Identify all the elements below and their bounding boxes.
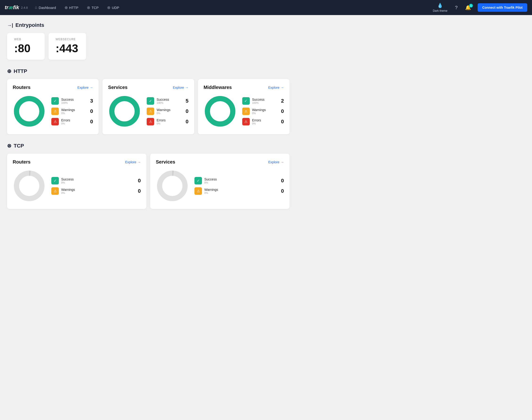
http-routers-stats: ✓ Success 100% 3 ⚠ Warnings 0% 0 [51,97,93,125]
tcp-services-donut-svg [156,169,189,202]
http-middlewares-title: Middlewares [204,85,232,90]
tcp-services-title: Services [156,159,175,165]
http-middlewares-warnings-row: ⚠ Warnings 0% 0 [242,107,284,115]
nav-http[interactable]: ⊕ HTTP [61,0,82,15]
http-routers-success-pct: 100% [61,101,85,104]
http-routers-warnings-row: ⚠ Warnings 0% 0 [51,107,93,115]
logo: træfik 2.4.8 [5,4,28,11]
http-routers-errors-row: ⚠ Errors 0% 0 [51,118,93,125]
tcp-success-badge-icon-2: ✓ [195,177,202,184]
tcp-icon: ⊗ [87,5,90,10]
notification-button[interactable]: 🔔 1 [462,5,474,10]
http-section-title: HTTP [14,68,27,74]
notification-badge: 1 [469,4,473,8]
http-services-explore[interactable]: Explore → [173,86,188,90]
error-badge-icon-2: ⚠ [147,118,154,125]
http-middlewares-donut-svg [204,95,237,128]
tcp-cards-row: Routers Explore → ✓ Suc [7,154,289,209]
error-badge-icon: ⚠ [51,118,59,125]
help-button[interactable]: ? [452,5,460,10]
svg-point-8 [160,173,185,199]
tcp-routers-success-label: Success [61,177,133,181]
http-middlewares-success-row: ✓ Success 100% 2 [242,97,284,105]
http-routers-warnings-label: Warnings [61,108,85,112]
http-middlewares-stats: ✓ Success 100% 2 ⚠ Warnings 0% 0 [242,97,284,125]
tcp-services-card: Services Explore → ✓ Su [150,154,289,209]
arrow-right-icon-3: → [281,86,284,90]
http-services-warnings-count: 0 [183,108,189,114]
http-routers-title: Routers [13,85,30,90]
http-routers-warnings-pct: 0% [61,112,85,115]
http-routers-donut [13,95,46,128]
tcp-routers-success-row: ✓ Success 0% 0 [51,177,141,184]
version-label: 2.4.8 [21,6,28,9]
nav-tcp-label: TCP [91,6,99,10]
connect-button[interactable]: Connect with Traefik Pilot [478,3,527,12]
tcp-routers-success-count: 0 [135,178,141,184]
tcp-warning-badge-icon-2: ⚠ [195,187,202,195]
http-services-success-label: Success [156,98,180,101]
http-middlewares-errors-label: Errors [252,118,276,122]
http-routers-donut-svg [13,95,46,128]
http-middlewares-errors-pct: 0% [252,122,276,125]
dark-theme-label: Dark theme [433,9,447,13]
tcp-routers-card-header: Routers Explore → [13,159,141,165]
svg-point-6 [16,173,42,199]
help-icon: ? [455,5,458,10]
entrypoint-websecure[interactable]: WEBSECURE :443 [48,33,86,60]
success-badge-icon-3: ✓ [242,97,250,105]
tcp-warning-badge-icon: ⚠ [51,187,59,195]
nav-dashboard-label: Dashboard [39,6,56,10]
nav-udp[interactable]: ⊗ UDP [104,0,123,15]
http-middlewares-success-pct: 100% [252,101,276,104]
http-routers-success-count: 3 [87,98,93,104]
success-badge-icon: ✓ [51,97,59,105]
tcp-section-icon: ⊗ [7,143,11,149]
entrypoint-websecure-port: :443 [56,43,79,54]
tcp-routers-title: Routers [13,159,30,165]
http-services-warnings-label: Warnings [156,108,180,112]
entrypoint-websecure-name: WEBSECURE [56,38,79,41]
http-routers-explore[interactable]: Explore → [77,86,93,90]
http-middlewares-explore[interactable]: Explore → [268,86,284,90]
http-section-icon: ⊕ [7,68,11,74]
http-middlewares-card-header: Middlewares Explore → [204,85,284,90]
http-services-warnings-row: ⚠ Warnings 0% 0 [147,107,188,115]
nav-tcp[interactable]: ⊗ TCP [84,0,102,15]
dark-theme-icon: 💧 [437,3,443,8]
http-routers-errors-count: 0 [87,119,93,125]
http-middlewares-errors-row: ⚠ Errors 0% 0 [242,118,284,125]
tcp-services-success-count: 0 [278,178,284,184]
http-routers-card-header: Routers Explore → [13,85,93,90]
nav-dashboard[interactable]: ⌂ Dashboard [31,0,59,15]
svg-point-5 [207,99,233,124]
tcp-services-success-pct: 0% [204,181,276,184]
http-cards-row: Routers Explore → ✓ Suc [7,79,289,134]
home-icon: ⌂ [35,5,37,10]
tcp-routers-donut [13,169,46,202]
http-services-errors-count: 0 [183,119,189,125]
warning-badge-icon-3: ⚠ [242,107,250,115]
http-services-card-header: Services Explore → [108,85,188,90]
http-services-errors-row: ⚠ Errors 0% 0 [147,118,188,125]
tcp-routers-stats: ✓ Success 0% 0 ⚠ Warnings 0% 0 [51,177,141,195]
http-services-warnings-pct: 0% [156,112,180,115]
http-middlewares-donut [204,95,237,128]
entrypoint-web[interactable]: WEB :80 [7,33,45,60]
warning-badge-icon: ⚠ [51,107,59,115]
dark-theme-button[interactable]: 💧 Dark theme [430,3,450,13]
arrow-right-icon: → [90,86,93,90]
tcp-section-header: ⊗ TCP [7,143,289,149]
http-services-body: ✓ Success 100% 5 ⚠ Warnings 0% 0 [108,95,188,128]
entrypoints-icon: →| [7,23,13,28]
http-services-donut [108,95,141,128]
tcp-services-warnings-count: 0 [278,188,284,194]
tcp-routers-explore[interactable]: Explore → [125,160,141,164]
http-middlewares-card: Middlewares Explore → ✓ [198,79,289,134]
http-icon: ⊕ [64,5,68,10]
tcp-services-explore[interactable]: Explore → [268,160,284,164]
http-routers-body: ✓ Success 100% 3 ⚠ Warnings 0% 0 [13,95,93,128]
arrow-right-icon-4: → [137,160,141,164]
http-services-card: Services Explore → ✓ Su [102,79,194,134]
tcp-services-warnings-label: Warnings [204,188,276,192]
